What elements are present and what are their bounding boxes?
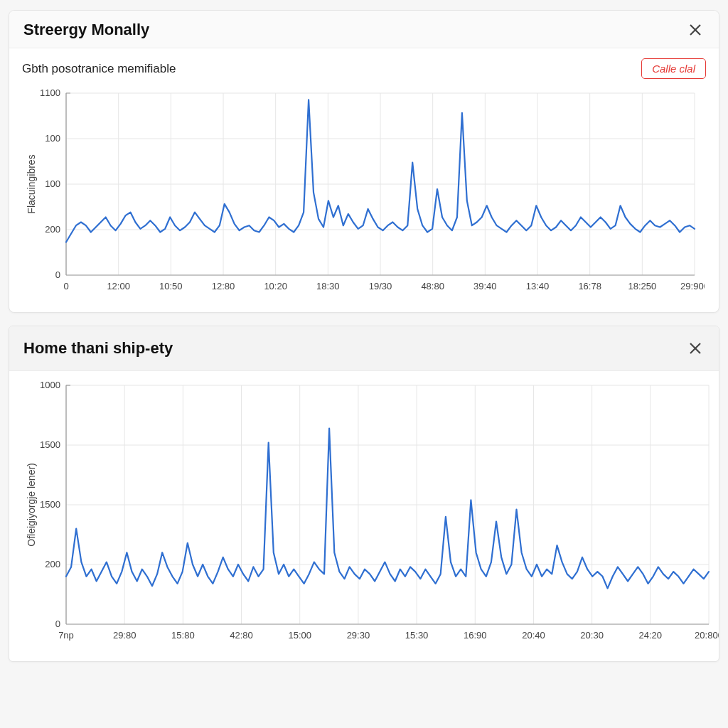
calle-clal-button[interactable]: Calle clal [641,58,706,79]
svg-text:19/30: 19/30 [369,281,392,291]
svg-text:39:40: 39:40 [473,281,497,291]
page: Streergy Monally Gbth posotranice memifi… [0,0,728,662]
line-chart-2: 10001500150020007np29:8015:8042:8015:002… [22,378,719,648]
panel-home-thani: Home thani ship-ety 10001500150020007np2… [9,326,719,662]
svg-text:18:250: 18:250 [628,281,656,291]
svg-text:15:00: 15:00 [288,630,311,641]
svg-text:Ofleigiyorgje lener): Ofleigiyorgje lener) [26,463,37,547]
svg-text:0: 0 [55,619,60,629]
close-icon [689,342,702,355]
svg-text:1500: 1500 [40,499,60,510]
chart-area-2: 10001500150020007np29:8015:8042:8015:002… [9,371,719,661]
svg-text:12:80: 12:80 [212,281,235,291]
chart-area-1: 11001001002000012:0010:5012:8010:2018:30… [9,79,719,312]
panel-header: Streergy Monally [9,11,719,48]
svg-text:200: 200 [45,559,60,569]
svg-text:0: 0 [55,269,60,280]
line-chart-1: 11001001002000012:0010:5012:8010:2018:30… [22,86,705,299]
svg-text:7np: 7np [58,630,74,641]
svg-text:48:80: 48:80 [421,281,444,291]
svg-text:15:30: 15:30 [405,630,429,641]
close-button[interactable] [686,21,705,39]
svg-text:24:20: 24:20 [639,630,663,641]
svg-text:20:40: 20:40 [522,630,545,641]
panel-title: Home thani ship-ety [23,339,173,358]
svg-text:20:800: 20:800 [695,630,719,641]
svg-text:16:78: 16:78 [578,281,601,291]
svg-text:12:00: 12:00 [107,281,130,291]
svg-text:0: 0 [63,281,68,291]
svg-text:10:20: 10:20 [264,281,287,291]
panel-subtitle: Gbth posotranice memifiable [22,62,176,76]
svg-text:42:80: 42:80 [230,630,253,641]
svg-text:1000: 1000 [40,380,60,390]
svg-text:100: 100 [45,178,60,189]
svg-text:200: 200 [45,224,60,235]
svg-text:1500: 1500 [40,439,60,450]
close-button[interactable] [686,339,705,358]
svg-text:16:90: 16:90 [464,630,487,641]
svg-text:18:30: 18:30 [316,281,340,291]
svg-text:29:30: 29:30 [347,630,370,641]
panel-subheader: Gbth posotranice memifiable Calle clal [9,48,719,79]
panel-streergy: Streergy Monally Gbth posotranice memifi… [9,10,719,313]
svg-text:15:80: 15:80 [171,630,195,641]
panel-header: Home thani ship-ety [9,326,719,371]
svg-text:20:30: 20:30 [580,630,604,641]
close-icon [689,23,702,36]
svg-text:13:40: 13:40 [526,281,550,291]
svg-text:29:80: 29:80 [113,630,136,641]
svg-text:Flacuingibres: Flacuingibres [26,154,37,213]
svg-text:29:900: 29:900 [680,281,705,291]
svg-text:10:50: 10:50 [159,281,183,291]
svg-text:100: 100 [45,133,60,144]
svg-text:1100: 1100 [40,87,60,98]
panel-title: Streergy Monally [23,21,149,39]
